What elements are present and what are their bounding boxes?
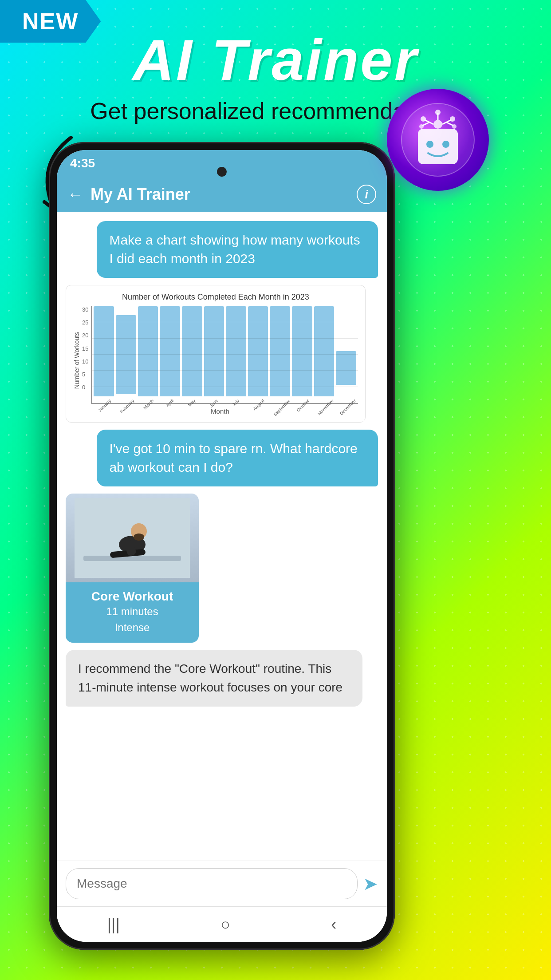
y-label-15: 15 xyxy=(82,345,88,352)
svg-point-3 xyxy=(442,141,449,148)
nav-back[interactable]: ‹ xyxy=(331,915,336,934)
workout-info: Core Workout 11 minutes Intense xyxy=(66,582,199,643)
bar-dec: December xyxy=(336,306,356,403)
workout-chart: Number of Workouts Completed Each Month … xyxy=(66,285,366,423)
bar-jun: June xyxy=(204,306,224,403)
bar-aug: August xyxy=(248,306,268,403)
status-bar: 4:35 xyxy=(57,150,387,177)
workout-image xyxy=(66,494,199,582)
bar-apr: April xyxy=(160,306,180,403)
nav-recent-apps[interactable]: ||| xyxy=(107,915,120,934)
workout-card[interactable]: Core Workout 11 minutes Intense xyxy=(66,494,199,643)
user-message-2: I've got 10 min to spare rn. What hardco… xyxy=(97,430,378,486)
y-label-20: 20 xyxy=(82,332,88,339)
workout-intensity: Intense xyxy=(73,620,192,636)
svg-point-14 xyxy=(452,124,457,129)
phone-screen: 4:35 ← My AI Trainer i Make a chart show… xyxy=(57,150,387,942)
info-button[interactable]: i xyxy=(357,185,376,204)
status-time: 4:35 xyxy=(70,156,95,170)
app-header: ← My AI Trainer i xyxy=(57,177,387,212)
y-label-30: 30 xyxy=(82,306,88,313)
bar-nov: November xyxy=(314,306,335,403)
ai-message: I recommend the "Core Workout" routine. … xyxy=(66,650,362,707)
y-label-5: 5 xyxy=(82,371,88,378)
nav-home[interactable]: ○ xyxy=(220,915,230,934)
svg-point-9 xyxy=(421,116,426,122)
svg-point-4 xyxy=(433,120,442,129)
svg-point-19 xyxy=(134,533,144,541)
phone-nav-bar: ||| ○ ‹ xyxy=(57,906,387,942)
chart-title: Number of Workouts Completed Each Month … xyxy=(73,292,358,302)
workout-duration: 11 minutes xyxy=(73,604,192,620)
message-input-area: ➤ xyxy=(57,861,387,906)
ai-avatar xyxy=(387,89,489,191)
camera-cutout xyxy=(217,167,227,177)
bar-oct: October xyxy=(292,306,312,403)
svg-rect-16 xyxy=(83,556,181,561)
y-label-0: 0 xyxy=(82,384,88,391)
y-label-10: 10 xyxy=(82,358,88,365)
y-label-25: 25 xyxy=(82,319,88,326)
bar-feb: February xyxy=(116,306,136,403)
bar-mar: March xyxy=(138,306,158,403)
chat-area[interactable]: Make a chart showing how many workouts I… xyxy=(57,212,387,861)
bar-sep: September xyxy=(270,306,290,403)
main-title: AI Trainer xyxy=(0,27,551,93)
bar-may: May xyxy=(182,306,202,403)
send-button[interactable]: ➤ xyxy=(363,873,378,894)
svg-point-2 xyxy=(426,141,433,148)
app-title: My AI Trainer xyxy=(91,185,357,204)
svg-point-8 xyxy=(435,110,441,115)
svg-point-10 xyxy=(450,116,455,122)
message-input[interactable] xyxy=(66,868,358,899)
y-axis-label: Number of Workouts xyxy=(73,332,80,389)
user-message-1: Make a chart showing how many workouts I… xyxy=(97,221,378,278)
bar-jul: July xyxy=(226,306,246,403)
workout-name: Core Workout xyxy=(73,589,192,604)
svg-rect-1 xyxy=(418,129,458,164)
bar-jan: January xyxy=(94,306,114,403)
back-button[interactable]: ← xyxy=(67,185,83,204)
phone-frame: 4:35 ← My AI Trainer i Make a chart show… xyxy=(49,142,395,950)
svg-point-13 xyxy=(419,124,424,129)
